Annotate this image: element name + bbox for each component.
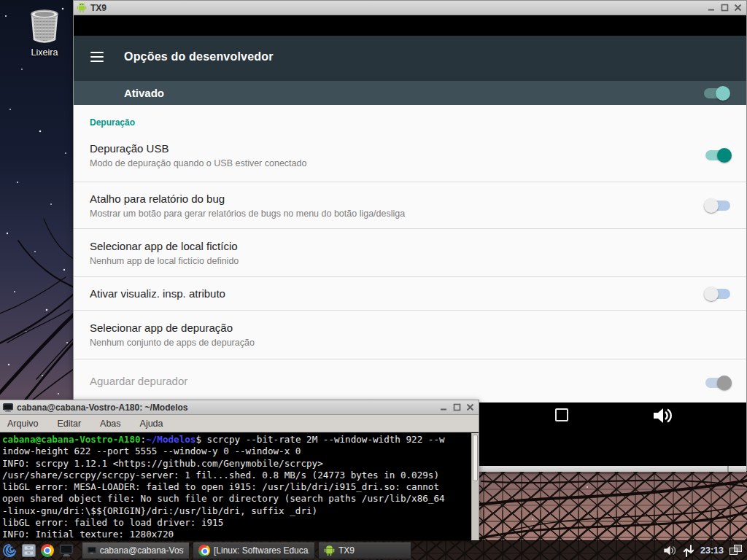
setting-title: Selecionar app de local fictício [90,240,695,252]
setting-row-usb-debugging[interactable]: Depuração USB Modo de depuração quando o… [74,129,746,182]
file-manager-icon[interactable] [19,542,38,559]
trash-label: Lixeira [13,47,76,58]
terminal-window: cabana@cabana-Vostro-A180: ~/Modelos Arq… [0,400,479,541]
tx9-window-title: TX9 [90,3,708,13]
prompt-command: $ scrcpy --bit-rate 2M --window-width 92… [196,434,444,445]
usb-debugging-toggle[interactable] [704,148,732,163]
setting-subtitle: Nenhum conjunto de apps de depuração [90,338,695,348]
bugreport-shortcut-toggle[interactable] [704,198,732,213]
close-button[interactable] [466,403,474,411]
taskbar-window-label: [Linux: Softwares Educa... [214,545,309,556]
terminal-line: -linux-gnu/dri:\$${ORIGIN}/dri:/usr/lib/… [2,505,470,517]
terminal-line: /usr/share/scrcpy/scrcpy-server: 1 fil..… [2,470,470,481]
setting-title: Atalho para relatório do bug [90,192,695,205]
android-icon [324,545,335,556]
master-switch-toggle[interactable] [703,86,730,101]
minimize-button[interactable] [708,4,716,12]
prompt-path: ~/Modelos [146,434,196,445]
setting-row-wait-for-debugger: Aguardar depurador [74,359,746,402]
master-switch-bar[interactable]: Ativado [74,81,746,105]
section-header: Depuração [90,117,135,128]
attribute-inspection-toggle[interactable] [704,287,732,301]
volume-icon[interactable] [651,405,673,426]
terminal-line: cabana@cabana-Vostro-A180:~/Modelos$ scr… [2,434,470,446]
clock[interactable]: 23:13 [700,545,724,556]
setting-title: Selecionar app de depuração [90,322,695,334]
stop-square-icon[interactable] [555,408,568,421]
prompt-user: cabana@cabana-Vostro-A180 [2,434,141,445]
settings-toolbar: Opções do desenvolvedor [74,36,746,81]
terminal-titlebar[interactable]: cabana@cabana-Vostro-A180: ~/Modelos [0,400,479,415]
terminal-line: libGL error: failed to load driver: i915 [2,517,470,529]
menu-editar[interactable]: Editar [57,419,81,429]
setting-row-view-attribute-inspection[interactable]: Ativar visualiz. insp. atributo [74,276,746,310]
menu-arquivo[interactable]: Arquivo [7,419,38,429]
maximize-button[interactable] [721,4,729,12]
wait-debugger-toggle [704,376,732,390]
taskbar: cabana@cabana-Vostro... [Linux: Software… [0,540,747,560]
tx9-titlebar[interactable]: TX9 [74,1,746,15]
setting-subtitle: Mostrar um botão para gerar relatórios d… [90,209,695,219]
terminal-line: open shared object file: No such file or… [2,493,470,505]
close-button[interactable] [734,4,742,12]
taskbar-window-terminal[interactable]: cabana@cabana-Vostro... [82,542,190,559]
terminal-line: indow-height 622 --port 5555 --window-y … [2,446,470,457]
terminal-line: libGL error: MESA-LOADER: failed to open… [2,481,470,493]
master-switch-label: Ativado [124,87,164,99]
show-desktop-icon[interactable] [729,545,743,556]
maximize-button[interactable] [453,403,461,411]
taskbar-window-tx9[interactable]: TX9 [318,542,411,559]
taskbar-window-label: TX9 [338,545,355,556]
menu-ajuda[interactable]: Ajuda [140,419,163,429]
setting-row-bugreport-shortcut[interactable]: Atalho para relatório do bug Mostrar um … [74,182,746,228]
terminal-scrollbar[interactable] [471,433,479,540]
setting-row-debug-app[interactable]: Selecionar app de depuração Nenhum conju… [74,310,746,359]
volume-icon[interactable] [662,544,677,557]
terminal-line: INFO: Initial texture: 1280x720 [2,529,470,540]
settings-list: Depuração Depuração USB Modo de depuraçã… [74,105,746,402]
network-arrows-icon[interactable] [683,545,694,557]
taskbar-window-chrome[interactable]: [Linux: Softwares Educa... [193,542,315,559]
terminal-monitor-icon [88,546,96,555]
setting-subtitle: Nenhum app de local fictício definido [90,256,695,266]
setting-title: Depuração USB [90,142,695,155]
setting-title: Aguardar depurador [90,375,695,387]
taskbar-window-label: cabana@cabana-Vostro... [100,545,184,556]
display-icon[interactable] [57,542,76,559]
hamburger-menu-icon[interactable] [90,52,104,62]
setting-row-mock-location[interactable]: Selecionar app de local fictício Nenhum … [74,228,746,276]
menu-abas[interactable]: Abas [100,419,121,429]
app-menu-swirl-icon[interactable] [0,542,19,559]
minimize-button[interactable] [440,403,448,411]
terminal-monitor-icon [3,403,13,412]
trash-can-icon [26,7,63,45]
trash-desktop-icon[interactable]: Lixeira [13,7,76,58]
settings-page-title: Opções do desenvolvedor [124,50,274,63]
terminal-line: INFO: scrcpy 1.12.1 <https://github.com/… [2,458,470,470]
terminal-menubar: Arquivo Editar Abas Ajuda [0,415,479,432]
terminal-output[interactable]: cabana@cabana-Vostro-A180:~/Modelos$ scr… [0,433,479,540]
android-icon [77,2,87,13]
setting-title: Ativar visualiz. insp. atributo [90,287,695,300]
setting-subtitle: Modo de depuração quando o USB estiver c… [90,158,695,168]
terminal-window-title: cabana@cabana-Vostro-A180: ~/Modelos [17,402,440,413]
chrome-icon [198,545,210,556]
chrome-icon[interactable] [38,542,57,559]
